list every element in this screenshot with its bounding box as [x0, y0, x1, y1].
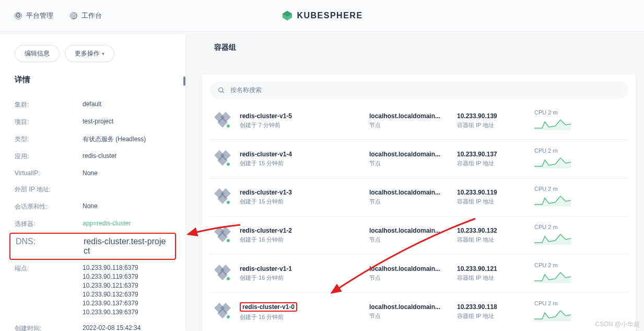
sparkline [534, 154, 571, 168]
pod-node: localhost.localdomain... [369, 265, 448, 272]
topbar-left: ⚙ 平台管理 ◎ 工作台 [15, 11, 102, 20]
pod-name: redis-cluster-v1-2 [240, 227, 360, 234]
pod-name: redis-cluster-v1-1 [240, 265, 360, 272]
pod-node-col: localhost.localdomain... 节点 [369, 189, 448, 206]
main-card: 按名称搜索 redis-cluster-v1-5 创建于 7 分钟前 local… [202, 74, 636, 331]
pod-icon [215, 266, 230, 281]
pod-node-label: 节点 [369, 121, 448, 129]
brand-logo: KUBESPHERE [281, 10, 362, 21]
pod-cpu: CPU 2 m [534, 147, 581, 154]
pod-cpu-col: CPU 2 m [534, 147, 581, 170]
endpoint-item: 10.233.90.121:6379 [83, 282, 171, 289]
endpoint-item: 10.233.90.137:6379 [83, 300, 171, 307]
detail-app: 应用:redis-cluster [15, 148, 171, 165]
pod-cpu: CPU 2 m [534, 186, 581, 192]
pod-node: localhost.localdomain... [369, 189, 448, 196]
pod-row[interactable]: redis-cluster-v1-0 创建于 16 分钟前 localhost.… [209, 293, 628, 330]
pod-node-col: localhost.localdomain... 节点 [369, 112, 448, 129]
status-dot-icon [226, 277, 230, 281]
pod-row[interactable]: redis-cluster-v1-4 创建于 15 分钟前 localhost.… [209, 140, 628, 178]
pod-ip-col: 10.233.90.119 容器组 IP 地址 [457, 189, 525, 206]
pod-row[interactable]: redis-cluster-v1-1 创建于 16 分钟前 localhost.… [209, 255, 628, 293]
gear-icon: ⚙ [15, 12, 22, 19]
search-placeholder: 按名称搜索 [230, 86, 262, 95]
status-dot-icon [226, 238, 230, 243]
pod-cpu: CPU 2 m [534, 109, 581, 116]
platform-management-link[interactable]: ⚙ 平台管理 [15, 11, 53, 20]
svg-line-3 [223, 91, 224, 93]
brand-text: KUBESPHERE [297, 11, 362, 20]
pod-ip-label: 容器组 IP 地址 [457, 159, 525, 167]
pod-ip-col: 10.233.90.137 容器组 IP 地址 [457, 151, 525, 167]
pod-ip-label: 容器组 IP 地址 [457, 312, 525, 320]
detail-affinity: 会话亲和性:None [15, 198, 171, 215]
detail-created: 创建时间:2022-02-08 15:42:34 [15, 320, 171, 331]
dns-value: redis-cluster.test-project [84, 237, 170, 256]
dns-highlight: DNS: redis-cluster.test-project [9, 233, 176, 260]
sparkline [534, 116, 571, 130]
pod-created: 创建于 15 分钟前 [240, 198, 360, 206]
detail-project: 项目:test-project [15, 113, 171, 131]
pod-name-col: redis-cluster-v1-0 创建于 16 分钟前 [240, 302, 360, 321]
pod-name-col: redis-cluster-v1-1 创建于 16 分钟前 [240, 265, 360, 282]
pod-cpu: CPU 2 m [534, 300, 581, 306]
content: 编辑信息 更多操作▾ 详情 集群:default 项目:test-project… [0, 35, 644, 331]
pod-ip: 10.233.90.119 [457, 189, 525, 196]
pod-icon [215, 228, 230, 243]
pod-node-label: 节点 [369, 198, 448, 206]
platform-label: 平台管理 [26, 11, 53, 20]
pod-node-col: localhost.localdomain... 节点 [369, 303, 448, 320]
more-actions-button[interactable]: 更多操作▾ [65, 45, 114, 62]
pod-ip: 10.233.90.139 [457, 112, 525, 120]
status-dot-icon [226, 124, 230, 128]
pod-ip-label: 容器组 IP 地址 [457, 198, 525, 206]
pod-ip-col: 10.233.90.121 容器组 IP 地址 [457, 265, 525, 282]
watermark: CSDN @小华超 [595, 320, 640, 329]
search-icon [218, 87, 225, 94]
endpoint-item: 10.233.90.132:6379 [83, 291, 171, 298]
edit-info-button[interactable]: 编辑信息 [15, 45, 60, 62]
pod-cpu-col: CPU 2 m [534, 186, 581, 209]
pod-icon [215, 152, 230, 166]
pod-created: 创建于 16 分钟前 [240, 313, 360, 321]
detail-vip: VirtualIP:None [15, 165, 171, 181]
pod-node-label: 节点 [369, 312, 448, 320]
pod-ip-label: 容器组 IP 地址 [457, 236, 525, 244]
endpoint-item: 10.233.90.118:6379 [83, 264, 171, 271]
pod-row[interactable]: redis-cluster-v1-2 创建于 16 分钟前 localhost.… [209, 216, 628, 255]
pod-ip-label: 容器组 IP 地址 [457, 274, 525, 282]
pod-cpu-col: CPU 2 m [534, 262, 581, 285]
detail-selector: 选择器:app=redis-cluster [15, 215, 171, 233]
main-panel: 按名称搜索 redis-cluster-v1-5 创建于 7 分钟前 local… [185, 35, 644, 331]
pod-name: redis-cluster-v1-3 [240, 189, 360, 196]
pod-icon [215, 113, 230, 128]
status-dot-icon [226, 162, 230, 166]
pod-node-label: 节点 [369, 274, 448, 282]
pod-node: localhost.localdomain... [369, 227, 448, 234]
status-dot-icon [226, 200, 230, 204]
status-dot-icon [226, 315, 230, 319]
endpoint-item: 10.233.90.119:6379 [83, 273, 171, 280]
action-buttons: 编辑信息 更多操作▾ [15, 45, 171, 62]
pod-created: 创建于 7 分钟前 [240, 121, 360, 129]
pod-node-label: 节点 [369, 236, 448, 244]
pod-cpu: CPU 2 m [534, 224, 581, 230]
search-input[interactable]: 按名称搜索 [209, 82, 628, 99]
pod-created: 创建于 15 分钟前 [240, 159, 360, 167]
detail-external-ip: 外部 IP 地址: [15, 181, 171, 198]
pod-icon [215, 304, 230, 319]
pod-row[interactable]: redis-cluster-v1-5 创建于 7 分钟前 localhost.l… [209, 102, 628, 140]
pod-node-col: localhost.localdomain... 节点 [369, 265, 448, 282]
detail-endpoints: 端点: 10.233.90.118:637910.233.90.119:6379… [15, 260, 171, 320]
pod-cpu-col: CPU 2 m [534, 109, 581, 132]
top-bar: ⚙ 平台管理 ◎ 工作台 KUBESPHERE [0, 0, 644, 31]
pod-icon [215, 190, 230, 204]
pod-ip-col: 10.233.90.132 容器组 IP 地址 [457, 227, 525, 244]
pod-cpu-col: CPU 2 m [534, 300, 581, 323]
detail-type: 类型:有状态服务 (Headless) [15, 131, 171, 148]
dns-label: DNS: [16, 237, 84, 256]
workspace-link[interactable]: ◎ 工作台 [70, 11, 102, 20]
pod-created: 创建于 16 分钟前 [240, 236, 360, 244]
pod-row[interactable]: redis-cluster-v1-3 创建于 15 分钟前 localhost.… [209, 178, 628, 216]
pod-name-highlight: redis-cluster-v1-0 [240, 302, 297, 312]
